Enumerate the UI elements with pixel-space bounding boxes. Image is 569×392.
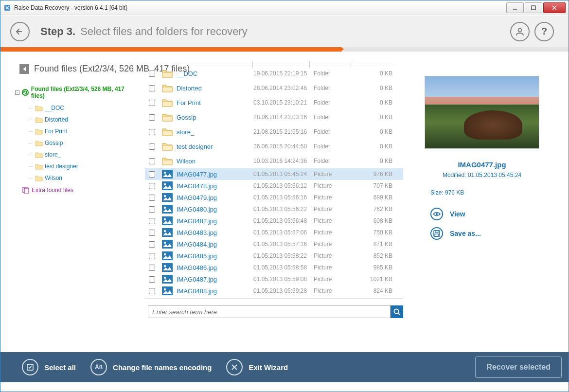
row-checkbox[interactable] xyxy=(149,100,155,106)
folder-row[interactable]: test designer26.06.2015 20:44:50Folder0 … xyxy=(145,139,403,154)
row-checkbox[interactable] xyxy=(149,183,155,189)
row-checkbox[interactable] xyxy=(149,171,155,178)
folder-icon xyxy=(35,117,43,123)
file-name: store_ xyxy=(177,128,253,136)
file-row[interactable]: IMAG0485.jpg01.05.2013 05:58:22Picture85… xyxy=(145,250,403,262)
file-size: 707 KB xyxy=(358,182,392,189)
minimize-button[interactable] xyxy=(506,2,524,13)
file-row[interactable]: IMAG0483.jpg01.05.2013 05:57:06Picture75… xyxy=(145,227,403,238)
back-button[interactable] xyxy=(10,22,30,41)
file-row[interactable]: IMAG0482.jpg01.05.2013 05:56:48Picture60… xyxy=(145,215,403,227)
folder-icon xyxy=(162,98,173,107)
svg-rect-15 xyxy=(162,160,172,165)
file-row[interactable]: IMAG0484.jpg01.05.2013 05:57:16Picture87… xyxy=(145,238,403,250)
maximize-button[interactable] xyxy=(525,2,542,13)
row-checkbox[interactable] xyxy=(149,276,155,283)
folder-row[interactable]: For Print03.10.2015 23:10:21Folder0 KB xyxy=(145,95,403,110)
file-row[interactable]: IMAG0477.jpg01.05.2013 05:45:24Picture97… xyxy=(145,168,403,180)
svg-rect-14 xyxy=(162,145,172,150)
row-checkbox[interactable] xyxy=(149,218,155,224)
folder-row[interactable]: Distorted28.06.2014 23:02:46Folder0 KB xyxy=(145,81,403,95)
row-checkbox[interactable] xyxy=(149,114,155,121)
file-name: IMAG0477.jpg xyxy=(177,171,253,178)
tree-item[interactable]: ⋯Wilson xyxy=(29,172,139,184)
file-row[interactable]: IMAG0486.jpg01.05.2013 05:58:58Picture98… xyxy=(145,262,403,273)
file-date: 01.05.2013 05:59:28 xyxy=(253,287,314,294)
file-row[interactable]: IMAG0488.jpg01.05.2013 05:59:28Picture82… xyxy=(145,285,403,297)
tree-item[interactable]: ⋯For Print xyxy=(29,125,139,137)
folder-row[interactable]: Wilson10.03.2016 14:24:36Folder0 KB xyxy=(145,154,403,168)
encoding-button[interactable]: Äß Change file names encoding xyxy=(90,359,212,375)
save-label: Save as... xyxy=(450,230,481,237)
tree-item[interactable]: ⋯Gossip xyxy=(29,137,139,149)
select-all-button[interactable]: Select all xyxy=(22,359,76,375)
view-button[interactable]: View xyxy=(430,208,551,220)
row-checkbox[interactable] xyxy=(149,206,155,213)
file-type: Folder xyxy=(314,99,358,106)
file-row[interactable]: IMAG0487.jpg01.05.2013 05:59:08Picture10… xyxy=(145,273,403,285)
tree-root[interactable]: − Found files (Ext2/3/4, 526 MB, 417 fil… xyxy=(15,86,139,99)
file-row[interactable]: IMAG0479.jpg01.05.2013 05:56:16Picture68… xyxy=(145,192,403,203)
folder-row[interactable]: __DOC19.06.2015 22:19:15Folder0 KB xyxy=(145,66,403,81)
file-type: Folder xyxy=(314,85,358,91)
search-input[interactable] xyxy=(148,305,391,318)
file-type: Picture xyxy=(314,182,358,189)
svg-point-37 xyxy=(164,288,166,290)
help-icon[interactable]: ? xyxy=(534,22,554,41)
search-button[interactable] xyxy=(391,305,403,318)
close-button[interactable] xyxy=(543,2,566,13)
file-name: IMAG0487.jpg xyxy=(177,276,253,283)
file-size: 852 KB xyxy=(358,252,392,259)
row-checkbox[interactable] xyxy=(149,230,155,236)
exit-wizard-button[interactable]: Exit Wizard xyxy=(226,359,288,375)
tree-item-label: For Print xyxy=(45,128,67,135)
file-size: 976 KB xyxy=(358,171,392,178)
image-icon xyxy=(162,170,173,178)
tree-item[interactable]: ⋯store_ xyxy=(29,149,139,160)
svg-point-35 xyxy=(164,277,166,279)
tree-item[interactable]: ⋯Distorted xyxy=(29,114,139,125)
folder-row[interactable]: Gossip28.06.2014 23:03:16Folder0 KB xyxy=(145,110,403,125)
svg-rect-10 xyxy=(162,87,172,92)
row-checkbox[interactable] xyxy=(149,129,155,135)
svg-point-17 xyxy=(164,172,166,174)
file-row[interactable]: IMAG0478.jpg01.05.2013 05:56:12Picture70… xyxy=(145,180,403,192)
file-size: 0 KB xyxy=(358,158,392,164)
recover-selected-button[interactable]: Recover selected xyxy=(475,356,562,378)
file-type: Folder xyxy=(314,70,358,77)
row-checkbox[interactable] xyxy=(149,288,155,294)
folder-row[interactable]: store_21.08.2015 21:55:16Folder0 KB xyxy=(145,125,403,139)
file-date: 01.05.2013 05:58:58 xyxy=(253,264,314,271)
row-checkbox[interactable] xyxy=(149,195,155,201)
file-size: 689 KB xyxy=(358,194,392,201)
file-table-header[interactable] xyxy=(146,61,394,66)
svg-rect-30 xyxy=(162,251,173,260)
file-size: 0 KB xyxy=(358,70,392,77)
folder-icon xyxy=(162,113,173,122)
tree-extra-files[interactable]: Extra found files xyxy=(22,187,139,194)
save-as-button[interactable]: Save as... xyxy=(430,227,551,240)
row-checkbox[interactable] xyxy=(149,265,155,271)
row-checkbox[interactable] xyxy=(149,85,155,91)
collapse-icon[interactable]: − xyxy=(15,90,19,95)
encoding-label: Change file names encoding xyxy=(113,363,212,372)
row-checkbox[interactable] xyxy=(149,71,155,77)
file-name: __DOC xyxy=(177,70,253,77)
tree-item[interactable]: ⋯__DOC xyxy=(29,102,139,114)
row-checkbox[interactable] xyxy=(149,143,155,150)
row-checkbox[interactable] xyxy=(149,241,155,248)
file-date: 28.06.2014 23:02:46 xyxy=(253,85,314,91)
file-table-body[interactable]: __DOC19.06.2015 22:19:15Folder0 KBDistor… xyxy=(145,66,403,299)
file-row[interactable]: IMAG0480.jpg01.05.2013 05:56:22Picture76… xyxy=(145,203,403,215)
file-date: 19.06.2015 22:19:15 xyxy=(253,70,314,77)
tree-extra-label: Extra found files xyxy=(32,187,73,194)
user-icon[interactable] xyxy=(510,22,530,41)
svg-rect-26 xyxy=(162,228,173,237)
svg-point-19 xyxy=(164,183,166,185)
tree-item[interactable]: ⋯test designer xyxy=(29,160,139,172)
row-checkbox[interactable] xyxy=(149,158,155,164)
file-date: 10.03.2016 14:24:36 xyxy=(253,158,314,164)
progress-bar xyxy=(0,47,569,52)
row-checkbox[interactable] xyxy=(149,253,155,259)
tree-item-label: store_ xyxy=(45,151,61,158)
